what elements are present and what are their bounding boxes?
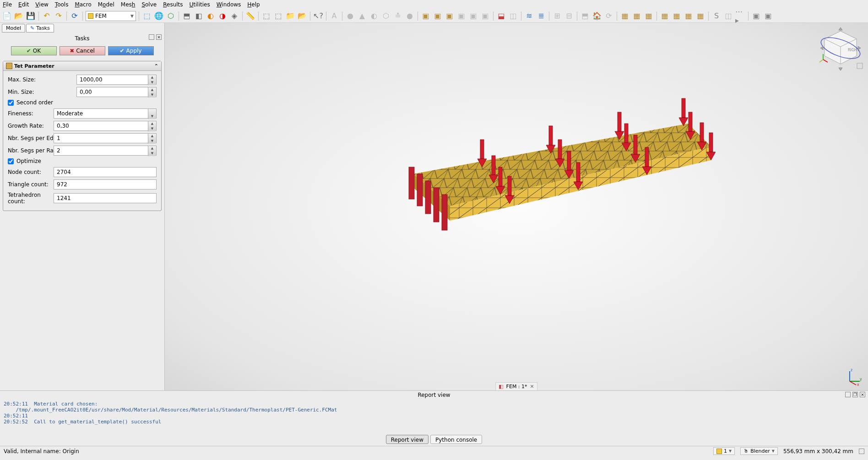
second-order-checkbox[interactable] [8,100,14,106]
close-report-icon[interactable]: × [860,392,865,397]
max-size-input[interactable]: 1000,00 ▲▼ [76,75,157,85]
toolbar-icon-5[interactable]: ◧ [194,11,204,21]
pointer-icon[interactable]: ↖? [313,11,323,21]
close-doc-icon[interactable]: ✕ [530,384,534,390]
toolbar-icon-25[interactable]: ⊞ [552,11,562,21]
undo-icon[interactable]: ↶ [42,11,52,21]
spinner-buttons[interactable]: ▲▼ [148,87,156,97]
toolbar-icon-17[interactable]: ≛ [393,11,403,21]
menu-view[interactable]: View [35,1,48,8]
dropdown-icon[interactable]: ▼ [148,109,156,119]
report-content[interactable]: 20:52:11 Material card chosen: /tmp/.mou… [0,399,868,433]
toolbar-icon-32[interactable]: ◫ [723,11,733,21]
toolbar-icon-16[interactable]: ⬡ [381,11,391,21]
fineness-select[interactable]: Moderate ▼ [54,108,157,119]
toolbar-icon-12[interactable]: 📂 [297,11,307,21]
toolbar-icon-4[interactable]: ⬒ [182,11,192,21]
spinner-buttons[interactable]: ▲▼ [148,134,156,144]
stack-icon[interactable]: ≣ [536,11,546,21]
cube-icon-1[interactable]: ▣ [751,11,761,21]
tab-python-console[interactable]: Python console [430,435,482,444]
document-tab[interactable]: ◧ FEM : 1* ✕ [495,382,537,390]
menu-file[interactable]: File [3,1,12,8]
navigation-cube[interactable]: RIGHT [818,27,863,73]
box-icon-2[interactable]: ▣ [433,11,443,21]
box-icon-3[interactable]: ▣ [445,11,455,21]
min-size-input[interactable]: 0,00 ▲▼ [76,87,157,97]
group-icon-1[interactable]: ▦ [620,11,630,21]
status-end-icon[interactable] [859,449,864,454]
s-icon[interactable]: S [711,11,722,21]
growth-rate-input[interactable]: 0,30 ▲▼ [54,121,157,131]
refresh-icon[interactable]: ⟳ [70,11,80,21]
toolbar-icon-33[interactable]: ⋯▸ [735,11,745,21]
undock-icon[interactable] [149,34,154,40]
toolbar-icon-1[interactable]: ⬚ [142,11,152,21]
menu-tools[interactable]: Tools [55,1,69,8]
toolbar-icon-26[interactable]: ⊟ [564,11,574,21]
tab-model[interactable]: Model [2,24,25,32]
segs-radius-input[interactable]: 2 ▲▼ [54,146,157,156]
spinner-buttons[interactable]: ▲▼ [148,121,156,131]
toolbar-icon-28[interactable]: 🏠 [592,11,602,21]
collapse-icon[interactable]: ⌃ [154,63,158,69]
menu-results[interactable]: Results [163,1,183,8]
toolbar-icon-11[interactable]: 📁 [285,11,295,21]
tab-report-view[interactable]: Report view [386,435,429,444]
constraint-icon-1[interactable]: ⬓ [496,11,506,21]
workbench-selector[interactable]: FEM ▼ [86,11,136,21]
tab-tasks[interactable]: ✎ Tasks [26,24,54,32]
toolbar-icon-29[interactable]: ⟳ [604,11,614,21]
toolbar-icon-3[interactable]: ⬡ [166,11,176,21]
text-icon[interactable]: A [329,11,339,21]
toolbar-icon-2[interactable]: 🌐 [154,11,164,21]
cube-icon-2[interactable]: ▣ [763,11,773,21]
toolbar-icon-9[interactable]: ⬚ [261,11,271,21]
redo-icon[interactable]: ↷ [54,11,64,21]
wave-icon[interactable]: ≋ [524,11,534,21]
close-panel-icon[interactable]: × [156,34,162,40]
toolbar-icon-7[interactable]: ◑ [217,11,228,21]
group-icon-3[interactable]: ▦ [644,11,654,21]
cancel-button[interactable]: ✖ Cancel [60,46,105,55]
menu-edit[interactable]: Edit [18,1,29,8]
toolbar-icon-27[interactable]: ⬒ [580,11,590,21]
toolbar-icon-15[interactable]: ◐ [369,11,379,21]
menu-model[interactable]: Model [98,1,114,8]
box-icon-6[interactable]: ▣ [480,11,490,21]
new-icon[interactable]: 📄 [2,11,12,21]
menu-windows[interactable]: Windows [217,1,241,8]
restore-icon[interactable]: ❐ [852,392,858,397]
spinner-buttons[interactable]: ▲▼ [148,75,156,85]
menu-mesh[interactable]: Mesh [121,1,136,8]
save-icon[interactable]: 💾 [26,11,36,21]
panel-title[interactable]: Tet Parameter ⌃ [3,61,161,71]
undock-icon[interactable] [845,392,851,397]
toolbar-icon-6[interactable]: ◐ [206,11,216,21]
nav-style-selector[interactable]: 🖱 Blender ▼ [740,447,778,455]
apply-button[interactable]: ✔ Apply [108,46,154,55]
group-icon-6[interactable]: ▦ [684,11,694,21]
optimize-checkbox[interactable] [8,158,14,164]
group-icon-2[interactable]: ▦ [632,11,642,21]
menu-utilities[interactable]: Utilities [190,1,210,8]
3d-viewport[interactable]: RIGHT z [165,23,868,390]
box-icon-1[interactable]: ▣ [421,11,431,21]
group-icon-7[interactable]: ▦ [695,11,705,21]
menu-macro[interactable]: Macro [75,1,91,8]
ruler-icon[interactable]: 📏 [245,11,255,21]
menu-solve[interactable]: Solve [141,1,157,8]
status-badge[interactable]: 1 ▼ [713,447,735,455]
group-icon-5[interactable]: ▦ [672,11,682,21]
group-icon-4[interactable]: ▦ [660,11,670,21]
toolbar-icon-18[interactable]: ● [405,11,415,21]
ok-button[interactable]: ✔ OK [11,46,57,55]
toolbar-icon-8[interactable]: ◈ [229,11,239,21]
box-icon-5[interactable]: ▣ [468,11,478,21]
spinner-buttons[interactable]: ▲▼ [148,146,156,156]
open-icon[interactable]: 📂 [14,11,24,21]
segs-edge-input[interactable]: 1 ▲▼ [54,133,157,143]
menu-help[interactable]: Help [247,1,260,8]
toolbar-icon-10[interactable]: ⬚ [273,11,283,21]
cone-icon[interactable]: ▲ [357,11,367,21]
